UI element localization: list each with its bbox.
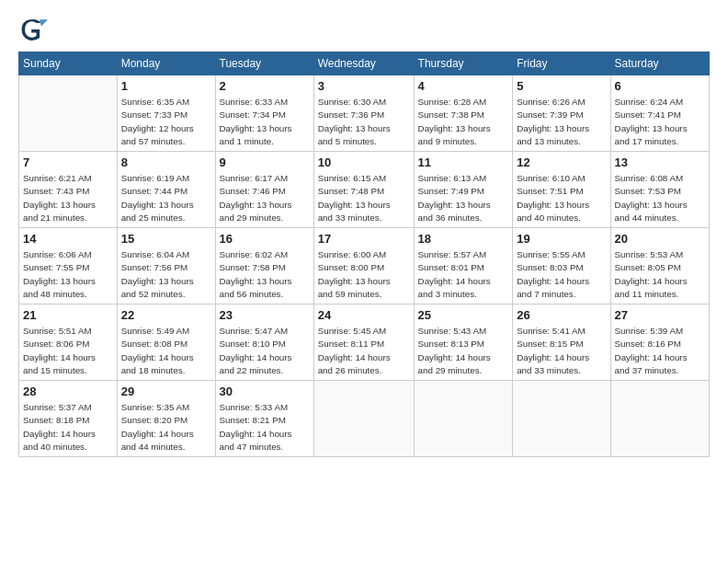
day-cell (19, 75, 118, 152)
day-cell: 2Sunrise: 6:33 AM Sunset: 7:34 PM Daylig… (215, 75, 313, 152)
day-cell: 22Sunrise: 5:49 AM Sunset: 8:08 PM Dayli… (117, 304, 215, 381)
day-number: 23 (220, 307, 310, 324)
day-number: 16 (220, 231, 310, 247)
day-info: Sunrise: 6:30 AM Sunset: 7:36 PM Dayligh… (318, 96, 410, 148)
day-number: 1 (121, 78, 211, 95)
day-cell: 5Sunrise: 6:26 AM Sunset: 7:39 PM Daylig… (513, 75, 610, 152)
day-info: Sunrise: 5:45 AM Sunset: 8:11 PM Dayligh… (318, 325, 410, 377)
day-number: 21 (23, 307, 113, 324)
day-cell: 12Sunrise: 6:10 AM Sunset: 7:51 PM Dayli… (513, 152, 610, 228)
day-cell: 7Sunrise: 6:21 AM Sunset: 7:43 PM Daylig… (19, 152, 118, 228)
day-info: Sunrise: 6:04 AM Sunset: 7:56 PM Dayligh… (121, 248, 211, 301)
day-number: 18 (418, 231, 509, 247)
day-info: Sunrise: 5:47 AM Sunset: 8:10 PM Dayligh… (220, 325, 310, 377)
day-cell: 17Sunrise: 6:00 AM Sunset: 8:00 PM Dayli… (313, 228, 414, 304)
day-cell: 11Sunrise: 6:13 AM Sunset: 7:49 PM Dayli… (414, 152, 513, 228)
day-info: Sunrise: 6:08 AM Sunset: 7:53 PM Dayligh… (615, 172, 705, 224)
day-cell: 21Sunrise: 5:51 AM Sunset: 8:06 PM Dayli… (19, 304, 118, 381)
day-number: 26 (517, 307, 606, 324)
day-number: 22 (121, 307, 211, 324)
calendar: SundayMondayTuesdayWednesdayThursdayFrid… (18, 52, 710, 457)
calendar-header: SundayMondayTuesdayWednesdayThursdayFrid… (19, 52, 710, 75)
day-info: Sunrise: 6:33 AM Sunset: 7:34 PM Dayligh… (220, 96, 310, 148)
day-info: Sunrise: 6:02 AM Sunset: 7:58 PM Dayligh… (220, 248, 310, 301)
week-row-2: 7Sunrise: 6:21 AM Sunset: 7:43 PM Daylig… (19, 152, 710, 228)
day-cell: 9Sunrise: 6:17 AM Sunset: 7:46 PM Daylig… (215, 152, 313, 228)
day-number: 9 (220, 155, 310, 171)
day-info: Sunrise: 6:35 AM Sunset: 7:33 PM Dayligh… (121, 96, 211, 148)
day-cell: 26Sunrise: 5:41 AM Sunset: 8:15 PM Dayli… (513, 304, 610, 381)
day-info: Sunrise: 6:15 AM Sunset: 7:48 PM Dayligh… (318, 172, 410, 224)
day-header-tuesday: Tuesday (215, 52, 313, 75)
day-cell: 13Sunrise: 6:08 AM Sunset: 7:53 PM Dayli… (610, 152, 709, 228)
day-cell: 3Sunrise: 6:30 AM Sunset: 7:36 PM Daylig… (313, 75, 414, 152)
day-header-friday: Friday (513, 52, 610, 75)
day-cell (414, 381, 513, 457)
day-info: Sunrise: 5:41 AM Sunset: 8:15 PM Dayligh… (517, 325, 606, 377)
day-number: 5 (517, 78, 606, 95)
day-info: Sunrise: 6:06 AM Sunset: 7:55 PM Dayligh… (23, 248, 113, 301)
day-info: Sunrise: 5:53 AM Sunset: 8:05 PM Dayligh… (615, 248, 705, 301)
day-number: 12 (517, 155, 606, 171)
day-cell: 8Sunrise: 6:19 AM Sunset: 7:44 PM Daylig… (117, 152, 215, 228)
day-number: 25 (418, 307, 509, 324)
day-info: Sunrise: 6:10 AM Sunset: 7:51 PM Dayligh… (517, 172, 606, 224)
day-header-wednesday: Wednesday (313, 52, 414, 75)
day-cell: 4Sunrise: 6:28 AM Sunset: 7:38 PM Daylig… (414, 75, 513, 152)
day-cell (513, 381, 610, 457)
header (18, 15, 710, 44)
days-header-row: SundayMondayTuesdayWednesdayThursdayFrid… (19, 52, 710, 75)
day-header-saturday: Saturday (610, 52, 709, 75)
day-header-thursday: Thursday (414, 52, 513, 75)
day-number: 30 (220, 384, 310, 400)
day-info: Sunrise: 6:19 AM Sunset: 7:44 PM Dayligh… (121, 172, 211, 224)
day-cell: 25Sunrise: 5:43 AM Sunset: 8:13 PM Dayli… (414, 304, 513, 381)
day-info: Sunrise: 5:37 AM Sunset: 8:18 PM Dayligh… (23, 401, 113, 454)
page: SundayMondayTuesdayWednesdayThursdayFrid… (0, 0, 728, 563)
day-number: 27 (615, 307, 705, 324)
day-info: Sunrise: 5:35 AM Sunset: 8:20 PM Dayligh… (121, 401, 211, 454)
day-number: 19 (517, 231, 606, 247)
day-cell: 30Sunrise: 5:33 AM Sunset: 8:21 PM Dayli… (215, 381, 313, 457)
day-number: 24 (318, 307, 410, 324)
day-info: Sunrise: 5:57 AM Sunset: 8:01 PM Dayligh… (418, 248, 509, 301)
day-number: 11 (418, 155, 509, 171)
day-cell: 1Sunrise: 6:35 AM Sunset: 7:33 PM Daylig… (117, 75, 215, 152)
week-row-5: 28Sunrise: 5:37 AM Sunset: 8:18 PM Dayli… (19, 381, 710, 457)
day-cell: 18Sunrise: 5:57 AM Sunset: 8:01 PM Dayli… (414, 228, 513, 304)
day-number: 29 (121, 384, 211, 400)
day-info: Sunrise: 5:39 AM Sunset: 8:16 PM Dayligh… (615, 325, 705, 377)
day-info: Sunrise: 5:49 AM Sunset: 8:08 PM Dayligh… (121, 325, 211, 377)
day-info: Sunrise: 6:24 AM Sunset: 7:41 PM Dayligh… (615, 96, 705, 148)
logo-icon (18, 15, 48, 44)
day-number: 4 (418, 78, 509, 95)
week-row-1: 1Sunrise: 6:35 AM Sunset: 7:33 PM Daylig… (19, 75, 710, 152)
day-number: 8 (121, 155, 211, 171)
day-header-monday: Monday (117, 52, 215, 75)
day-cell: 24Sunrise: 5:45 AM Sunset: 8:11 PM Dayli… (313, 304, 414, 381)
day-cell: 16Sunrise: 6:02 AM Sunset: 7:58 PM Dayli… (215, 228, 313, 304)
day-number: 20 (615, 231, 705, 247)
day-cell: 19Sunrise: 5:55 AM Sunset: 8:03 PM Dayli… (513, 228, 610, 304)
day-cell: 27Sunrise: 5:39 AM Sunset: 8:16 PM Dayli… (610, 304, 709, 381)
day-cell: 10Sunrise: 6:15 AM Sunset: 7:48 PM Dayli… (313, 152, 414, 228)
day-cell: 28Sunrise: 5:37 AM Sunset: 8:18 PM Dayli… (19, 381, 118, 457)
day-cell: 23Sunrise: 5:47 AM Sunset: 8:10 PM Dayli… (215, 304, 313, 381)
day-info: Sunrise: 5:55 AM Sunset: 8:03 PM Dayligh… (517, 248, 606, 301)
calendar-body: 1Sunrise: 6:35 AM Sunset: 7:33 PM Daylig… (19, 75, 710, 457)
day-cell (313, 381, 414, 457)
day-header-sunday: Sunday (19, 52, 118, 75)
day-info: Sunrise: 6:13 AM Sunset: 7:49 PM Dayligh… (418, 172, 509, 224)
week-row-3: 14Sunrise: 6:06 AM Sunset: 7:55 PM Dayli… (19, 228, 710, 304)
day-number: 7 (23, 155, 113, 171)
day-info: Sunrise: 5:51 AM Sunset: 8:06 PM Dayligh… (23, 325, 113, 377)
day-cell: 20Sunrise: 5:53 AM Sunset: 8:05 PM Dayli… (610, 228, 709, 304)
day-number: 13 (615, 155, 705, 171)
day-number: 17 (318, 231, 410, 247)
day-cell: 15Sunrise: 6:04 AM Sunset: 7:56 PM Dayli… (117, 228, 215, 304)
day-info: Sunrise: 5:33 AM Sunset: 8:21 PM Dayligh… (220, 401, 310, 454)
day-number: 14 (23, 231, 113, 247)
week-row-4: 21Sunrise: 5:51 AM Sunset: 8:06 PM Dayli… (19, 304, 710, 381)
day-cell (610, 381, 709, 457)
day-info: Sunrise: 5:43 AM Sunset: 8:13 PM Dayligh… (418, 325, 509, 377)
